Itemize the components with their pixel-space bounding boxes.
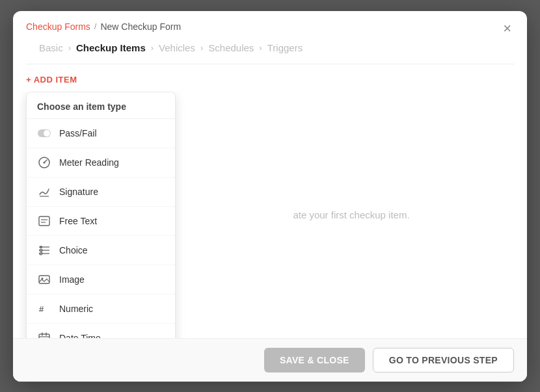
add-item-bar: + ADD ITEM [13, 64, 527, 92]
placeholder-text: ate your first checkup item. [293, 209, 409, 220]
modal-overlay: Checkup Forms / New Checkup Form × Basic… [0, 0, 540, 392]
close-button[interactable]: × [499, 20, 515, 37]
svg-rect-17 [39, 334, 49, 338]
meter-icon [37, 155, 51, 170]
chevron-icon-2: › [151, 43, 154, 53]
item-type-image[interactable]: Image [27, 265, 175, 294]
item-type-meter-reading[interactable]: Meter Reading [27, 148, 175, 177]
step-basic[interactable]: Basic [39, 42, 63, 53]
item-type-dropdown: Choose an item type Pass/Fail [26, 92, 176, 338]
item-type-date-time[interactable]: Date Time [27, 324, 175, 338]
go-to-previous-button[interactable]: GO TO PREVIOUS STEP [373, 348, 514, 372]
item-label-image: Image [59, 274, 85, 285]
signature-icon [37, 185, 51, 199]
breadcrumb: Checkup Forms / New Checkup Form [26, 21, 514, 32]
item-label-free-text: Free Text [59, 216, 97, 226]
svg-rect-14 [39, 276, 49, 283]
modal-footer: SAVE & CLOSE GO TO PREVIOUS STEP [13, 338, 527, 382]
item-type-signature[interactable]: Signature [27, 177, 175, 207]
save-close-button[interactable]: SAVE & CLOSE [264, 348, 365, 372]
step-checkup-items[interactable]: Checkup Items [76, 42, 146, 53]
step-schedules[interactable]: Schedules [208, 42, 254, 53]
dropdown-header: Choose an item type [27, 92, 175, 119]
chevron-icon-3: › [200, 43, 203, 53]
svg-text:#: # [39, 304, 44, 314]
modal-body: + ADD ITEM Choose an item type Pass/Fail [13, 64, 527, 338]
item-label-signature: Signature [59, 187, 98, 197]
steps-navigation: Basic › Checkup Items › Vehicles › Sched… [26, 42, 514, 64]
modal-container: Checkup Forms / New Checkup Form × Basic… [13, 11, 527, 382]
item-type-choice[interactable]: Choice [27, 236, 175, 265]
item-type-pass-fail[interactable]: Pass/Fail [27, 119, 175, 148]
image-icon [37, 272, 51, 287]
svg-point-11 [40, 246, 42, 248]
modal-header: Checkup Forms / New Checkup Form × Basic… [13, 11, 527, 64]
svg-point-1 [44, 130, 50, 137]
toggle-icon [37, 126, 51, 140]
freetext-icon [37, 214, 51, 228]
item-label-pass-fail: Pass/Fail [59, 128, 97, 138]
breadcrumb-current: New Checkup Form [100, 21, 181, 32]
content-area: Choose an item type Pass/Fail [13, 92, 527, 338]
item-label-meter: Meter Reading [59, 157, 119, 168]
chevron-icon-4: › [259, 43, 262, 53]
svg-rect-5 [39, 216, 49, 226]
step-vehicles[interactable]: Vehicles [159, 42, 195, 53]
numeric-icon: # [37, 302, 51, 316]
datetime-icon [37, 331, 51, 338]
svg-point-3 [44, 161, 46, 163]
chevron-icon-1: › [68, 43, 71, 53]
item-type-free-text[interactable]: Free Text [27, 207, 175, 236]
item-label-numeric: Numeric [59, 304, 93, 314]
step-triggers[interactable]: Triggers [267, 42, 303, 53]
item-label-choice: Choice [59, 245, 88, 255]
breadcrumb-separator: / [94, 21, 97, 31]
add-item-button[interactable]: + ADD ITEM [26, 75, 77, 85]
item-label-date-time: Date Time [59, 333, 101, 338]
item-type-numeric[interactable]: # Numeric [27, 294, 175, 324]
breadcrumb-link[interactable]: Checkup Forms [26, 21, 90, 32]
choice-icon [37, 243, 51, 257]
